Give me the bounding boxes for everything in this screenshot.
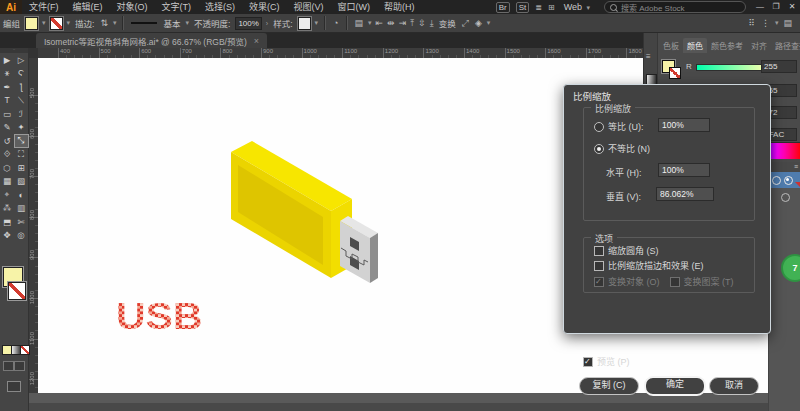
document-tab[interactable]: Isometric等距视角斜角网格.ai* @ 66.67% (RGB/预览) … [36,33,267,48]
type-tool[interactable]: T [1,94,14,106]
draw-behind-button[interactable] [14,361,25,371]
panel-tab[interactable]: 颜色 [683,38,707,53]
target-icon[interactable] [772,176,781,185]
usb-text-artwork[interactable]: USB [116,298,203,336]
menu-item[interactable]: 编辑(E) [66,0,110,14]
align-middle-vertical-icon[interactable]: ⇳ [418,18,426,29]
graph-tool[interactable]: ▥ [15,202,28,214]
chevron-down-icon[interactable]: ▾ [368,19,372,27]
red-channel-slider[interactable] [696,64,768,71]
workspace-grid-icon[interactable]: ⠿ [748,18,755,28]
menu-item[interactable]: 文字(T) [155,0,199,14]
transform-link[interactable]: 变换 [439,17,456,29]
target-icon[interactable] [781,193,790,202]
align-right-icon[interactable]: ⇥ [399,18,407,29]
uniform-radio[interactable] [594,122,604,132]
ruler-origin[interactable] [28,48,38,58]
chevron-down-icon[interactable]: ▾ [67,19,71,27]
red-channel-value[interactable]: 255 [761,60,797,73]
tab-close-icon[interactable]: × [254,36,259,46]
layers-selected-row[interactable] [769,172,800,188]
panel-stroke-swatch[interactable] [669,67,681,79]
chevron-down-icon[interactable]: ▾ [113,19,117,27]
stock-button[interactable]: St [516,2,530,13]
minimize-button[interactable]: — [752,0,768,14]
copy-button[interactable]: 复制 (C) [579,377,639,395]
layers-panel-icon[interactable]: ≡ [646,52,651,61]
rotate-tool[interactable]: ↺ [1,135,14,147]
bridge-button[interactable]: Br [496,2,510,13]
align-left-icon[interactable]: ⇤ [376,18,384,29]
menu-item[interactable]: 视图(V) [287,0,331,14]
align-center-horizontal-icon[interactable]: ⇹ [387,18,395,29]
pencil-tool[interactable]: ✎ [1,121,14,133]
fill-color-swatch[interactable] [25,17,38,30]
blend-tool[interactable]: ◐ [15,189,28,201]
restore-button[interactable]: ❐ [768,0,784,14]
rectangle-tool[interactable]: ▭ [1,108,14,120]
isolate-icon[interactable]: ◈ [475,18,482,28]
width-tool[interactable]: ⟐ [1,148,14,160]
chevron-down-icon[interactable]: ▾ [186,19,190,27]
line-tool[interactable]: ⟍ [15,94,28,106]
menu-item[interactable]: 对象(O) [110,0,155,14]
chevron-down-icon[interactable]: ▾ [42,19,46,27]
close-button[interactable]: ✕ [784,0,800,14]
chevron-down-icon[interactable]: ▾ [487,19,491,27]
align-top-icon[interactable]: ⤒ [410,18,414,29]
symbol-sprayer-tool[interactable]: ⁂ [1,202,14,214]
gradient-tool[interactable]: ▧ [15,175,28,187]
screen-mode-button[interactable] [7,381,21,392]
panel-tab[interactable]: 对齐 [747,38,771,53]
brush-name[interactable]: 基本 [163,17,180,29]
eyedropper-tool[interactable]: ⌖ [1,189,14,201]
style-swatch[interactable] [298,17,311,30]
control-menu-icon[interactable]: ▤ [783,18,792,28]
cancel-button[interactable]: 取消 [709,377,759,395]
horizontal-scale-input[interactable] [658,163,710,177]
nonuniform-radio[interactable] [594,144,604,154]
lasso-tool[interactable]: Ϛ [15,67,28,79]
arrange-icon[interactable]: ⤢ [462,18,469,29]
zoom-tool[interactable]: ◎ [15,229,28,241]
draw-normal-button[interactable] [3,361,14,371]
direct-selection-tool[interactable]: ▷ [15,54,28,66]
scale-tool[interactable]: ⤡ [15,135,28,147]
curvature-tool[interactable]: ƪ [15,81,28,93]
menu-item[interactable]: 效果(C) [242,0,287,14]
free-transform-tool[interactable]: ⛶ [15,148,28,160]
panel-fill-stroke[interactable] [662,60,682,80]
workspace-switcher[interactable]: Web ▾ [564,2,592,12]
shape-builder-tool[interactable]: ⬡ [1,162,14,174]
pen-tool[interactable]: ✒ [1,81,14,93]
layout-icon[interactable]: ⊞ [548,3,555,12]
artboard-tool[interactable]: ⬒ [1,216,14,228]
document-setup-icon[interactable]: ▤ [355,18,364,28]
stroke-stepper[interactable]: ⇅ [100,18,108,28]
scale-corners-checkbox[interactable] [594,246,604,256]
vertical-ruler[interactable]: 500600700800900100011001200 [28,58,38,393]
uniform-scale-input[interactable] [658,118,710,132]
menu-item[interactable]: 窗口(W) [331,0,378,14]
opacity-panel-arrow[interactable]: › [266,20,268,27]
stroke-color-swatch[interactable] [50,17,63,30]
chevron-down-icon[interactable]: ▾ [775,19,779,27]
recolor-artwork-icon[interactable]: ◔ [333,18,338,28]
preview-checkbox[interactable] [583,357,593,367]
panel-tab[interactable]: 色板 [659,38,683,53]
arrange-documents-icon[interactable]: ≣ [535,3,542,12]
overlay-badge[interactable]: 7 [781,254,800,282]
search-input[interactable]: 搜索 Adobe Stock [604,1,746,13]
vertical-scale-input[interactable] [656,187,714,201]
panel-menu-icon[interactable]: ≡ [794,163,798,170]
menu-item[interactable]: 文件(F) [22,0,66,14]
perspective-grid-tool[interactable]: ⊞ [15,162,28,174]
ok-button[interactable]: 确定 [644,376,706,396]
opacity-value[interactable]: 100% [235,17,261,30]
hand-tool[interactable]: ✥ [1,229,14,241]
panel-list-icon[interactable]: ⋮ [761,18,770,28]
toolbar-stroke-swatch[interactable] [8,282,26,300]
shaper-tool[interactable]: ✦ [15,121,28,133]
magic-wand-tool[interactable]: ⚹ [1,67,14,79]
paintbrush-tool[interactable]: ℐ [15,108,28,120]
